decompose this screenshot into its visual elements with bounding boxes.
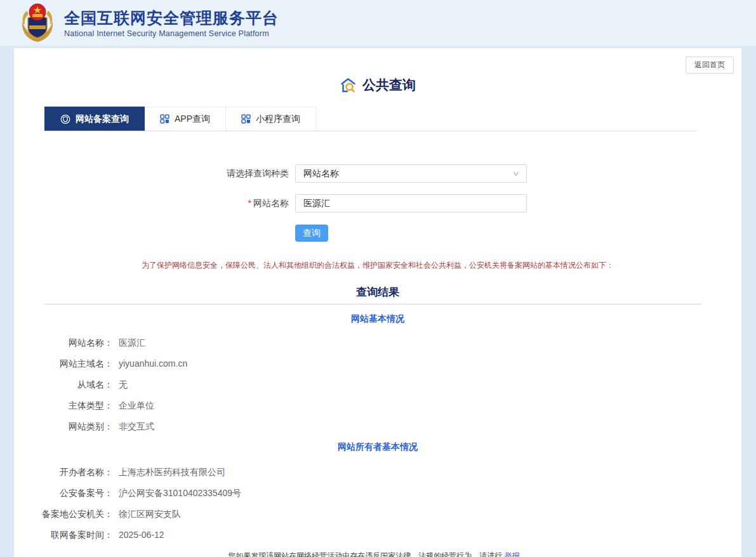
tab-label: APP查询 — [175, 114, 210, 125]
info-row-main-domain: 网站主域名： yiyuanhui.com.cn — [14, 358, 741, 370]
info-row-police-record-number: 公安备案号： 沪公网安备31010402335409号 — [14, 487, 741, 499]
info-value: 上海志朴医药科技有限公司 — [119, 466, 225, 478]
info-label: 公安备案号： — [14, 487, 113, 499]
site-subtitle: National Internet Security Management Se… — [64, 29, 279, 38]
info-row-subject-type: 主体类型： 企业单位 — [14, 400, 741, 412]
info-value: yiyuanhui.com.cn — [119, 358, 187, 370]
query-button[interactable]: 查询 — [295, 225, 328, 242]
tab-miniprogram-query[interactable]: 小程序查询 — [226, 107, 316, 131]
info-value: 2025-06-12 — [119, 529, 164, 541]
report-link[interactable]: 举报 — [505, 551, 520, 557]
website-name-input[interactable] — [295, 194, 527, 213]
site-title: 全国互联网安全管理服务平台 — [64, 8, 279, 27]
info-value: 非交互式 — [119, 421, 154, 433]
website-name-row: *网站名称 — [14, 194, 741, 213]
results-title: 查询结果 — [14, 285, 741, 299]
query-type-select[interactable]: 网站名称 ∨ — [295, 164, 527, 183]
query-form: 请选择查询种类 网站名称 ∨ *网站名称 查询 — [14, 164, 741, 242]
site-info-list: 网站名称： 医源汇 网站主域名： yiyuanhui.com.cn 从域名： 无… — [14, 337, 741, 433]
site-header: 全国互联网安全管理服务平台 National Internet Security… — [0, 0, 756, 46]
website-name-label: *网站名称 — [14, 198, 295, 209]
info-label: 网站主域名： — [14, 358, 113, 370]
results-divider — [44, 304, 701, 305]
info-row-record-authority: 备案地公安机关： 徐汇区网安支队 — [14, 508, 741, 520]
owner-section-title: 网站所有者基本情况 — [14, 442, 741, 453]
grid-icon — [160, 114, 169, 124]
owner-info-list: 开办者名称： 上海志朴医药科技有限公司 公安备案号： 沪公网安备31010402… — [14, 466, 741, 541]
query-type-label: 请选择查询种类 — [14, 168, 295, 180]
tab-label: 网站备案查询 — [76, 114, 129, 125]
grid-icon — [241, 114, 251, 124]
info-row-website-category: 网站类别： 非交互式 — [14, 421, 741, 433]
chevron-down-icon: ∨ — [512, 169, 521, 178]
info-value: 医源汇 — [119, 337, 145, 349]
police-badge-logo — [19, 3, 56, 43]
page-title: 公共查询 — [14, 48, 741, 94]
info-label: 从域名： — [14, 379, 113, 391]
main-card: 返回首页 公共查询 网站备案查询 APP查询 — [14, 48, 741, 557]
tab-app-query[interactable]: APP查询 — [145, 107, 226, 131]
info-label: 网站类别： — [14, 421, 113, 433]
query-type-row: 请选择查询种类 网站名称 ∨ — [14, 164, 741, 183]
info-label: 网站名称： — [14, 337, 113, 349]
info-label: 联网备案时间： — [14, 529, 113, 541]
query-tabs: 网站备案查询 APP查询 小程序查询 — [44, 107, 697, 131]
required-asterisk: * — [248, 198, 251, 208]
report-line: 您如果发现该网站在网络经营活动中存在违反国家法律、法规的经营行为，请进行 举报。 — [14, 551, 741, 557]
info-row-website-name: 网站名称： 医源汇 — [14, 337, 741, 349]
info-value: 沪公网安备31010402335409号 — [119, 487, 241, 499]
info-row-record-date: 联网备案时间： 2025-06-12 — [14, 529, 741, 541]
info-value: 企业单位 — [119, 400, 154, 412]
house-search-icon — [340, 77, 357, 94]
info-label: 备案地公安机关： — [14, 508, 113, 520]
info-row-sub-domain: 从域名： 无 — [14, 379, 741, 391]
submit-row: 查询 — [14, 225, 741, 242]
page-title-text: 公共查询 — [362, 76, 416, 94]
security-notice: 为了保护网络信息安全，保障公民、法人和其他组织的合法权益，维护国家安全和社会公共… — [14, 260, 741, 271]
info-label: 开办者名称： — [14, 466, 113, 478]
query-type-selected-value: 网站名称 — [303, 168, 339, 180]
site-section-title: 网站基本情况 — [14, 313, 741, 325]
info-value: 徐汇区网安支队 — [119, 508, 181, 520]
back-home-button[interactable]: 返回首页 — [686, 56, 734, 74]
info-row-operator-name: 开办者名称： 上海志朴医药科技有限公司 — [14, 466, 741, 478]
shield-icon — [60, 114, 70, 124]
tab-label: 小程序查询 — [256, 114, 300, 125]
info-label: 主体类型： — [14, 400, 113, 412]
brand-block: 全国互联网安全管理服务平台 National Internet Security… — [64, 8, 279, 38]
info-value: 无 — [119, 379, 128, 391]
tab-website-record-query[interactable]: 网站备案查询 — [44, 107, 145, 131]
